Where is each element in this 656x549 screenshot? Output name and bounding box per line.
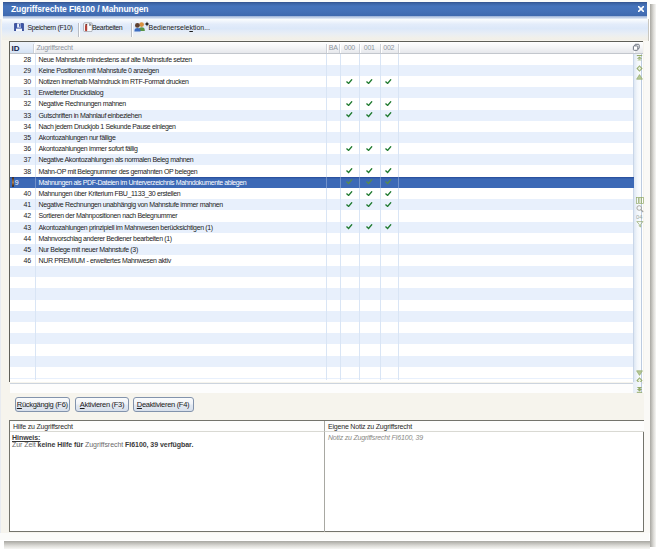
svg-text:04: 04 [636,214,643,220]
